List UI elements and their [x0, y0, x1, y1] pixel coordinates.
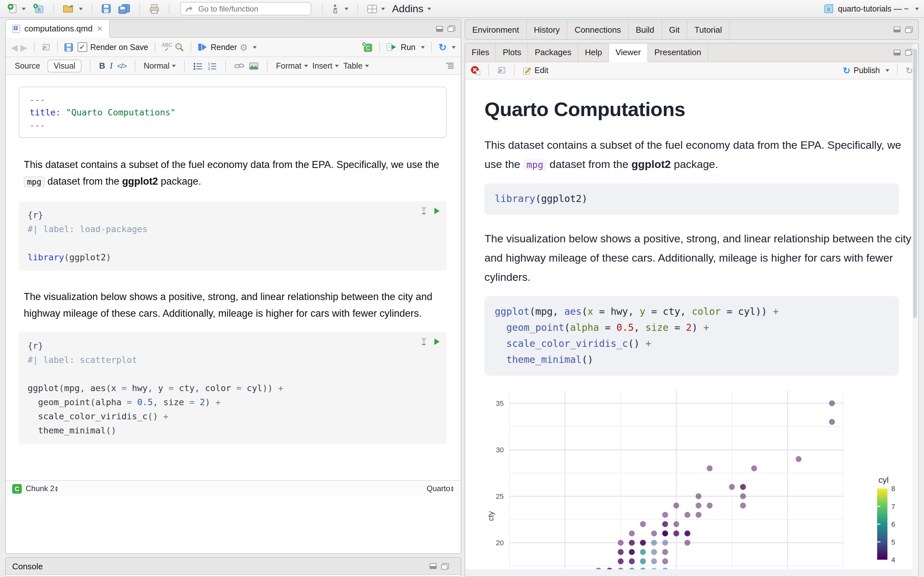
viewer-scrollbar[interactable] — [913, 44, 918, 576]
tab-packages[interactable]: Packages — [528, 44, 578, 61]
goto-file-search[interactable] — [180, 2, 311, 15]
maximize-pane-icon[interactable] — [905, 49, 913, 56]
document-format-selector[interactable]: Quarto ▲▼ — [427, 484, 454, 493]
run-chunk-icon[interactable] — [434, 338, 440, 345]
stop-viewer-icon[interactable] — [470, 65, 481, 75]
maximize-pane-icon[interactable] — [447, 25, 456, 32]
publish-button[interactable]: ↻ Publish — [843, 65, 889, 75]
insert-chunk-icon[interactable]: C — [362, 42, 373, 53]
run-chunks-above-icon[interactable] — [420, 206, 427, 215]
new-file-caret — [22, 7, 26, 10]
chunk-navigator[interactable]: Chunk 2 ▲▼ — [26, 484, 58, 493]
outline-toggle-icon[interactable] — [445, 62, 454, 69]
paragraph-style-select[interactable]: Normal — [144, 61, 176, 70]
project-menu[interactable]: R quarto-tutorials — ~ — [823, 3, 919, 14]
inline-code-button[interactable]: </> — [117, 61, 126, 70]
minimize-pane-icon[interactable] — [429, 563, 437, 569]
image-icon[interactable] — [249, 62, 258, 69]
close-tab-icon[interactable]: ✕ — [96, 24, 103, 33]
tab-computations-qmd[interactable]: computations.qmd ✕ — [6, 20, 110, 38]
document-code-block-1[interactable]: library(ggplot2) — [485, 183, 899, 214]
data-point — [696, 493, 701, 499]
render-on-save-checkbox[interactable]: ✓ — [78, 42, 87, 52]
bullet-list-icon[interactable] — [193, 62, 203, 69]
r-project-cube-icon: R — [823, 3, 834, 14]
tab-git[interactable]: Git — [662, 20, 687, 39]
separator — [897, 65, 898, 76]
source-sync-icon[interactable]: ↻ — [439, 41, 447, 53]
editor-paragraph-1[interactable]: This dataset contains a subset of the fu… — [24, 156, 447, 190]
source-mode-button[interactable]: Source — [12, 60, 43, 71]
spellcheck-icon[interactable]: ABC✓ — [162, 43, 172, 52]
run-chunks-above-icon[interactable] — [420, 337, 427, 346]
save-button[interactable] — [99, 3, 113, 15]
minimize-pane-icon[interactable] — [893, 49, 901, 56]
format-menu[interactable]: Format — [276, 61, 308, 70]
maximize-pane-icon[interactable] — [905, 26, 913, 33]
editor-paragraph-2[interactable]: The visualization below shows a positive… — [24, 288, 447, 322]
maximize-pane-icon[interactable] — [441, 562, 449, 570]
run-chunk-icon[interactable] — [434, 207, 440, 214]
goto-file-input[interactable] — [197, 3, 296, 14]
refresh-viewer-icon[interactable]: ↻ — [906, 65, 913, 75]
back-icon[interactable]: ◀ — [11, 42, 18, 52]
code-line — [27, 236, 438, 250]
tab-viewer[interactable]: Viewer — [609, 44, 648, 62]
print-button[interactable] — [147, 2, 162, 15]
open-file-button[interactable] — [61, 3, 85, 15]
separator — [92, 3, 92, 14]
forward-icon[interactable]: ▶ — [21, 42, 27, 52]
tab-environment[interactable]: Environment — [465, 20, 527, 39]
popout-icon[interactable] — [497, 66, 506, 74]
code-chunk-load-packages[interactable]: {r}#| label: load-packages library(ggplo… — [19, 201, 447, 271]
viewer-pane: FilesPlotsPackagesHelpViewerPresentation… — [465, 43, 919, 577]
render-button[interactable]: Render — [198, 43, 237, 52]
paragraph-style-caret — [172, 64, 176, 67]
search-icon[interactable] — [175, 42, 184, 52]
new-file-button[interactable] — [5, 2, 27, 15]
save-icon[interactable] — [64, 43, 73, 52]
italic-button[interactable]: I — [110, 61, 113, 71]
document-code-block-2[interactable]: ggplot(mpg, aes(x = hwy, y = cty, color … — [485, 296, 899, 376]
console-header[interactable]: Console — [6, 558, 461, 575]
table-menu[interactable]: Table — [343, 61, 369, 70]
tab-presentation[interactable]: Presentation — [648, 44, 708, 61]
tab-history[interactable]: History — [527, 20, 567, 39]
minimize-pane-icon[interactable] — [893, 26, 901, 33]
separator — [135, 60, 136, 71]
editor-canvas[interactable]: ---title: "Quarto Computations"--- This … — [6, 75, 461, 480]
tab-help[interactable]: Help — [578, 44, 609, 61]
version-control-button[interactable]: G — [330, 2, 351, 15]
tab-build[interactable]: Build — [628, 20, 662, 39]
tab-files[interactable]: Files — [465, 44, 496, 61]
render-settings-gear-icon[interactable]: ⚙ — [240, 42, 248, 52]
link-icon[interactable] — [234, 62, 244, 69]
minimize-pane-icon[interactable] — [436, 25, 443, 32]
workspace-panes-button[interactable] — [365, 3, 387, 15]
edit-button[interactable]: Edit — [522, 66, 548, 75]
render-on-save-toggle[interactable]: ✓ Render on Save — [78, 42, 148, 52]
insert-menu[interactable]: Insert — [312, 61, 339, 70]
yaml-block[interactable]: ---title: "Quarto Computations"--- — [19, 87, 447, 138]
rendered-document[interactable]: Quarto Computations This dataset contain… — [465, 79, 918, 576]
numbered-list-icon[interactable]: 12 — [207, 62, 217, 69]
new-project-button[interactable]: R — [31, 2, 46, 15]
save-all-button[interactable] — [116, 2, 132, 15]
data-point — [629, 540, 635, 545]
bold-button[interactable]: B — [99, 61, 105, 71]
source-sync-caret[interactable] — [452, 46, 456, 48]
run-icon — [387, 43, 397, 51]
tab-plots[interactable]: Plots — [496, 44, 528, 61]
data-point — [651, 540, 657, 545]
data-point — [684, 512, 690, 517]
addins-button[interactable]: Addins — [390, 2, 433, 16]
run-button[interactable]: Run — [387, 43, 425, 52]
render-settings-caret[interactable] — [253, 46, 257, 48]
tab-connections[interactable]: Connections — [567, 20, 629, 39]
code-chunk-scatterplot[interactable]: {r}#| label: scatterplot ggplot(mpg, aes… — [19, 332, 447, 444]
viewer-scrollbar-thumb[interactable] — [913, 49, 917, 318]
tab-tutorial[interactable]: Tutorial — [688, 20, 730, 39]
visual-mode-button[interactable]: Visual — [47, 59, 82, 72]
svg-text:cyl: cyl — [879, 475, 889, 484]
popout-icon[interactable] — [41, 43, 50, 51]
